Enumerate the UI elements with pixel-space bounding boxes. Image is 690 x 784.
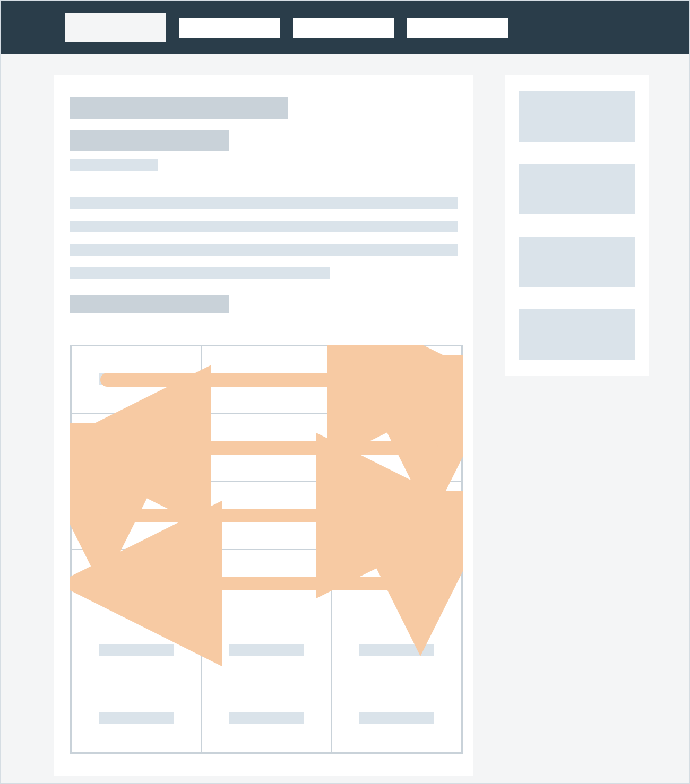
nav-item-2[interactable] (293, 18, 394, 38)
top-nav (1, 1, 689, 54)
sidebar-block-1[interactable] (519, 91, 635, 142)
table-cell (201, 550, 332, 617)
table-cell (201, 346, 332, 414)
table-cell (332, 685, 462, 753)
cell-content (99, 712, 174, 724)
nav-item-3[interactable] (407, 18, 508, 38)
table-cell (332, 414, 462, 482)
table-cell (201, 414, 332, 482)
table-cell (332, 617, 462, 685)
cell-content (99, 373, 174, 385)
cell-content (99, 509, 174, 520)
sidebar-block-4[interactable] (519, 309, 635, 360)
page-title (70, 97, 288, 119)
table-cell (201, 617, 332, 685)
table-cell (71, 550, 202, 617)
cell-content (359, 644, 434, 656)
page-subtitle (70, 130, 229, 151)
cell-content (99, 441, 174, 452)
cell-content (229, 712, 304, 724)
table-cell (201, 482, 332, 550)
cell-content (359, 712, 434, 724)
cell-content (229, 577, 304, 588)
table-cell (71, 414, 202, 482)
table-cell (332, 482, 462, 550)
nav-item-1[interactable] (179, 18, 280, 38)
sidebar-block-2[interactable] (519, 164, 635, 214)
cell-content (99, 577, 174, 588)
logo-placeholder[interactable] (65, 13, 166, 42)
table-cell (332, 346, 462, 414)
sidebar-card (505, 75, 649, 376)
table-cell (71, 346, 202, 414)
cell-content (359, 373, 434, 385)
paragraph-line (70, 267, 330, 279)
paragraph-line (70, 197, 458, 209)
cell-content (99, 644, 174, 656)
cell-content (359, 509, 434, 520)
navigation-order-diagram (70, 345, 458, 754)
cell-content (229, 644, 304, 656)
layout-table (70, 345, 463, 754)
table-cell (71, 617, 202, 685)
section-heading (70, 295, 229, 313)
table-cell (71, 482, 202, 550)
table-cell (332, 550, 462, 617)
paragraph-line (70, 221, 458, 232)
page-meta (70, 159, 158, 171)
main-content-card (54, 75, 473, 776)
table-cell (71, 685, 202, 753)
cell-content (359, 441, 434, 452)
cell-content (229, 373, 304, 385)
table-cell (201, 685, 332, 753)
paragraph-line (70, 244, 458, 256)
cell-content (359, 577, 434, 588)
cell-content (229, 441, 304, 452)
sidebar-block-3[interactable] (519, 237, 635, 287)
cell-content (229, 509, 304, 520)
